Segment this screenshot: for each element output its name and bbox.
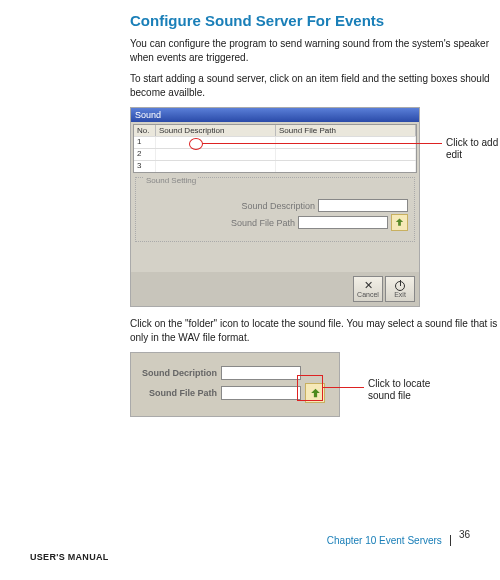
col-no: No. bbox=[134, 125, 156, 136]
folder-icon[interactable] bbox=[391, 214, 408, 231]
callout-box bbox=[297, 375, 323, 401]
sound-file-path-input-2[interactable] bbox=[221, 386, 301, 400]
desc-label-2: Sound Decription bbox=[139, 368, 217, 378]
intro-paragraph-2: To start adding a sound server, click on… bbox=[130, 72, 500, 99]
annotation-add-edit: Click to add or edit bbox=[446, 137, 500, 161]
desc-label: Sound Description bbox=[241, 201, 315, 211]
sound-setting-panel: Sound Setting Sound Description Sound Fi… bbox=[135, 177, 415, 242]
intro-paragraph-1: You can configure the program to send wa… bbox=[130, 37, 500, 64]
sound-file-path-input[interactable] bbox=[298, 216, 388, 229]
dialog-titlebar: Sound bbox=[131, 108, 419, 122]
callout-line bbox=[322, 387, 364, 388]
sound-description-input-2[interactable] bbox=[221, 366, 301, 380]
paragraph-3: Click on the "folder" icon to locate the… bbox=[130, 317, 500, 344]
sound-table: No. Sound Description Sound File Path 1 … bbox=[133, 124, 417, 173]
sound-description-input[interactable] bbox=[318, 199, 408, 212]
col-desc: Sound Description bbox=[156, 125, 276, 136]
path-label-2: Sound File Path bbox=[139, 388, 217, 398]
power-icon bbox=[395, 281, 405, 291]
col-path: Sound File Path bbox=[276, 125, 416, 136]
exit-button[interactable]: Exit bbox=[385, 276, 415, 302]
table-row[interactable]: 3 bbox=[134, 160, 416, 172]
callout-line bbox=[202, 143, 442, 144]
path-label: Sound File Path bbox=[231, 218, 295, 228]
page-title: Configure Sound Server For Events bbox=[130, 12, 500, 29]
table-row[interactable]: 2 bbox=[134, 148, 416, 160]
table-row[interactable]: 1 bbox=[134, 136, 416, 148]
close-icon: ✕ bbox=[364, 280, 373, 291]
annotation-locate-file: Click to locate sound file bbox=[368, 378, 458, 402]
sound-setting-screenshot: Sound Decription Sound File Path bbox=[130, 352, 340, 417]
footer-manual: USER'S MANUAL bbox=[30, 552, 470, 562]
page-number: 36 bbox=[451, 529, 470, 540]
chapter-label: Chapter 10 Event Servers bbox=[327, 535, 451, 546]
panel-title: Sound Setting bbox=[144, 176, 198, 185]
sound-dialog-screenshot: Sound No. Sound Description Sound File P… bbox=[130, 107, 420, 307]
cancel-button[interactable]: ✕ Cancel bbox=[353, 276, 383, 302]
